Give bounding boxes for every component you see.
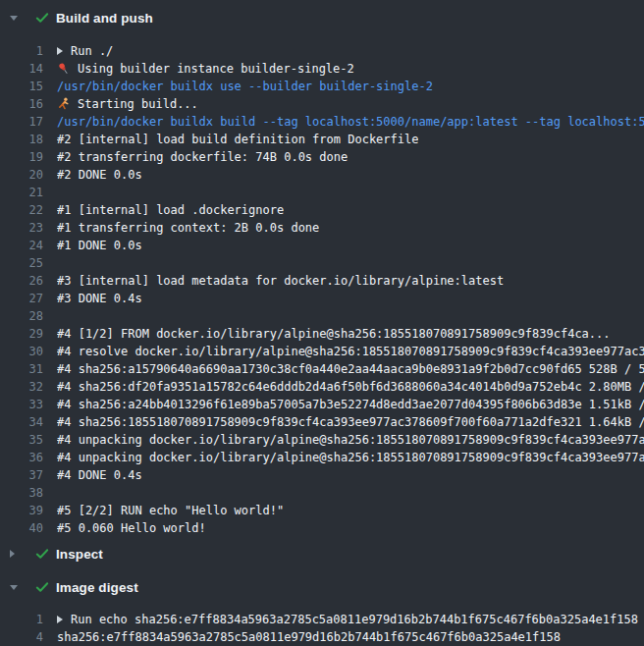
log-line: 36#4 unpacking docker.io/library/alpine@… xyxy=(0,449,644,466)
log-text-content: Run ./ xyxy=(71,42,113,60)
expand-arrow-icon xyxy=(57,47,63,55)
log-line: 32#4 sha256:df20fa9351a15782c64e6dddb2d4… xyxy=(0,378,644,396)
log-text: #1 [internal] load .dockerignore xyxy=(57,201,284,219)
log-line: 1Run ./ xyxy=(0,42,644,60)
log-text-content: #4 sha256:df20fa9351a15782c64e6dddb2d4a6… xyxy=(57,378,644,396)
run-group-toggle[interactable]: Run ./ xyxy=(57,42,113,60)
line-number[interactable]: 25 xyxy=(0,254,43,272)
log-text-content: #4 unpacking docker.io/library/alpine@sh… xyxy=(57,431,644,449)
line-number[interactable]: 30 xyxy=(0,343,43,360)
log-line: 20#2 DONE 0.0s xyxy=(0,166,644,184)
log-text-content: #4 sha256:a15790640a6690aa1730c38cf0a440… xyxy=(57,360,644,378)
line-number[interactable]: 28 xyxy=(0,307,43,325)
log-text-content: #4 sha256:a24bb4013296f61e89ba57005a7b3e… xyxy=(57,396,644,413)
runner-icon xyxy=(57,97,71,111)
line-number[interactable]: 21 xyxy=(0,184,43,201)
log-line: 19#2 transferring dockerfile: 74B 0.0s d… xyxy=(0,148,644,166)
section-header-build-and-push[interactable]: Build and push xyxy=(0,0,644,35)
log-text-content: Run echo sha256:e7ff8834a5963a2785c5a081… xyxy=(71,611,638,628)
section-header-image-digest[interactable]: Image digest xyxy=(0,570,644,604)
line-number[interactable]: 16 xyxy=(0,95,43,113)
log-text: Starting build... xyxy=(57,95,198,113)
line-number[interactable]: 37 xyxy=(0,466,43,484)
line-number[interactable]: 27 xyxy=(0,290,43,307)
log-text: #1 transferring context: 2B 0.0s done xyxy=(57,219,319,237)
log-line: 24#1 DONE 0.0s xyxy=(0,237,644,254)
log-line: 1Run echo sha256:e7ff8834a5963a2785c5a08… xyxy=(0,611,644,628)
log-text: #4 sha256:a15790640a6690aa1730c38cf0a440… xyxy=(57,360,644,378)
line-number[interactable]: 35 xyxy=(0,431,43,449)
log-text: #1 DONE 0.0s xyxy=(57,237,142,254)
log-line: 29#4 [1/2] FROM docker.io/library/alpine… xyxy=(0,325,644,343)
workflow-log-viewer: Build and push1Run ./14Using builder ins… xyxy=(0,0,644,646)
line-number[interactable]: 1 xyxy=(0,611,43,628)
log-line: 40#5 0.060 Hello world! xyxy=(0,519,644,537)
log-text-content: #1 transferring context: 2B 0.0s done xyxy=(57,219,319,237)
log-line: 39#5 [2/2] RUN echo "Hello world!" xyxy=(0,502,644,519)
line-number[interactable]: 36 xyxy=(0,449,43,466)
log-line: 15/usr/bin/docker buildx use --builder b… xyxy=(0,78,644,95)
line-number[interactable]: 19 xyxy=(0,148,43,166)
expand-arrow-icon xyxy=(57,616,63,623)
line-number[interactable]: 24 xyxy=(0,237,43,254)
check-icon xyxy=(34,10,56,26)
log-text-content: /usr/bin/docker buildx use --builder bui… xyxy=(57,78,433,95)
log-line: 27#3 DONE 0.4s xyxy=(0,290,644,307)
line-number[interactable]: 22 xyxy=(0,201,43,219)
log-text-content: /usr/bin/docker buildx build --tag local… xyxy=(57,113,644,131)
log-text-content: #4 resolve docker.io/library/alpine@sha2… xyxy=(57,343,644,360)
log-text: #4 sha256:a24bb4013296f61e89ba57005a7b3e… xyxy=(57,396,644,413)
log-text-content: #1 DONE 0.0s xyxy=(57,237,142,254)
log-text-command: /usr/bin/docker buildx use --builder bui… xyxy=(57,78,433,95)
log-text-content: #3 DONE 0.4s xyxy=(57,290,142,307)
log-line: 14Using builder instance builder-single-… xyxy=(0,60,644,78)
log-text: #4 DONE 0.4s xyxy=(57,466,142,484)
line-number[interactable]: 4 xyxy=(0,628,43,646)
line-number[interactable]: 14 xyxy=(0,60,43,78)
pin-icon xyxy=(57,62,71,76)
log-lines-image-digest: 1Run echo sha256:e7ff8834a5963a2785c5a08… xyxy=(0,604,644,646)
log-text-content: #2 DONE 0.0s xyxy=(57,166,142,184)
log-text-content: Using builder instance builder-single-2 xyxy=(78,60,354,78)
log-line: 30#4 resolve docker.io/library/alpine@sh… xyxy=(0,343,644,360)
log-text-content: Starting build... xyxy=(78,95,198,113)
line-number[interactable]: 33 xyxy=(0,396,43,413)
line-number[interactable]: 18 xyxy=(0,131,43,148)
log-line: 23#1 transferring context: 2B 0.0s done xyxy=(0,219,644,237)
line-number[interactable]: 1 xyxy=(0,42,43,60)
check-icon xyxy=(34,546,56,562)
log-line: 22#1 [internal] load .dockerignore xyxy=(0,201,644,219)
line-number[interactable]: 15 xyxy=(0,78,43,95)
line-number[interactable]: 34 xyxy=(0,413,43,431)
log-text-content: #4 unpacking docker.io/library/alpine@sh… xyxy=(57,449,644,466)
log-line: 33#4 sha256:a24bb4013296f61e89ba57005a7b… xyxy=(0,396,644,413)
line-number[interactable]: 23 xyxy=(0,219,43,237)
section-image-digest: Image digest1Run echo sha256:e7ff8834a59… xyxy=(0,570,644,646)
log-text: #4 [1/2] FROM docker.io/library/alpine@s… xyxy=(57,325,611,343)
line-number[interactable]: 20 xyxy=(0,166,43,184)
log-text-content: sha256:e7ff8834a5963a2785c5a0811e979d16b… xyxy=(57,628,561,646)
log-line: 25 xyxy=(0,254,644,272)
log-text: #2 transferring dockerfile: 74B 0.0s don… xyxy=(57,148,348,166)
section-build-and-push: Build and push1Run ./14Using builder ins… xyxy=(0,0,644,537)
line-number[interactable]: 17 xyxy=(0,113,43,131)
log-text-command: /usr/bin/docker buildx build --tag local… xyxy=(57,113,644,131)
section-header-inspect[interactable]: Inspect xyxy=(0,537,644,570)
line-number[interactable]: 39 xyxy=(0,502,43,519)
line-number[interactable]: 40 xyxy=(0,519,43,537)
line-number[interactable]: 31 xyxy=(0,360,43,378)
line-number[interactable]: 26 xyxy=(0,272,43,290)
line-number[interactable]: 32 xyxy=(0,378,43,396)
log-text: Using builder instance builder-single-2 xyxy=(57,60,354,78)
log-line: 38 xyxy=(0,484,644,502)
log-text-content: #2 [internal] load build definition from… xyxy=(57,131,418,148)
line-number[interactable]: 29 xyxy=(0,325,43,343)
log-text-content: #5 [2/2] RUN echo "Hello world!" xyxy=(57,502,284,519)
line-number[interactable]: 38 xyxy=(0,484,43,502)
log-text: #3 [internal] load metadata for docker.i… xyxy=(57,272,504,290)
log-line: 35#4 unpacking docker.io/library/alpine@… xyxy=(0,431,644,449)
log-text-content: #5 0.060 Hello world! xyxy=(57,519,206,537)
log-text: #2 DONE 0.0s xyxy=(57,166,142,184)
run-group-toggle[interactable]: Run echo sha256:e7ff8834a5963a2785c5a081… xyxy=(57,611,638,628)
log-text-content: #3 [internal] load metadata for docker.i… xyxy=(57,272,504,290)
